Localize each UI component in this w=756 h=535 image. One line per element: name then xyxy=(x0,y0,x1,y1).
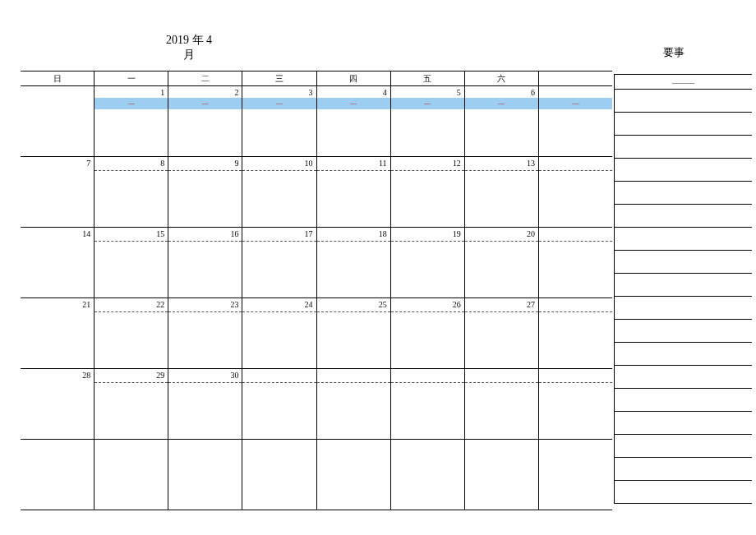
day-cell[interactable]: 16 xyxy=(168,228,242,297)
row-divider xyxy=(94,311,168,312)
day-cell[interactable]: 19 xyxy=(390,228,464,297)
day-cell[interactable] xyxy=(242,440,316,510)
day-cell[interactable] xyxy=(21,86,94,156)
day-cell[interactable]: 12 xyxy=(390,157,464,227)
day-cell[interactable]: 17 xyxy=(242,228,316,297)
day-cell[interactable]: 5— xyxy=(390,86,464,156)
note-line[interactable] xyxy=(615,297,752,320)
weekday-label: 四 xyxy=(316,71,390,85)
day-cell[interactable]: 29 xyxy=(94,369,168,439)
row-divider xyxy=(94,241,168,242)
day-number: 25 xyxy=(379,300,387,309)
note-line[interactable] xyxy=(615,90,752,113)
row-divider xyxy=(391,241,464,242)
day-cell[interactable]: 20 xyxy=(464,228,538,297)
note-line[interactable] xyxy=(615,320,752,343)
day-cell[interactable]: 22 xyxy=(94,298,168,368)
day-cell[interactable]: 23 xyxy=(168,298,242,368)
row-divider xyxy=(242,311,316,312)
notes-panel: ——— xyxy=(614,74,752,504)
row-divider xyxy=(168,382,242,383)
day-cell[interactable]: 9 xyxy=(168,157,242,227)
day-cell[interactable]: 25 xyxy=(316,298,390,368)
day-number: 8 xyxy=(160,159,164,168)
day-cell[interactable]: 1— xyxy=(94,86,168,156)
row-divider xyxy=(242,382,316,383)
day-cell[interactable]: 4— xyxy=(316,86,390,156)
row-divider xyxy=(539,241,612,242)
note-line[interactable] xyxy=(615,366,752,389)
day-cell[interactable]: 24 xyxy=(242,298,316,368)
weekday-label xyxy=(538,71,612,85)
note-line[interactable] xyxy=(615,159,752,182)
day-cell[interactable]: 6— xyxy=(464,86,538,156)
day-cell[interactable]: 21 xyxy=(21,298,94,368)
note-line[interactable] xyxy=(615,458,752,481)
day-cell[interactable] xyxy=(538,369,612,439)
note-line[interactable] xyxy=(615,136,752,159)
day-cell[interactable] xyxy=(538,440,612,510)
day-cell[interactable]: 10 xyxy=(242,157,316,227)
note-line[interactable] xyxy=(615,228,752,251)
day-number: 29 xyxy=(156,371,164,380)
day-cell[interactable] xyxy=(538,228,612,297)
day-cell[interactable]: 27 xyxy=(464,298,538,368)
day-cell[interactable] xyxy=(538,298,612,368)
row-divider xyxy=(94,382,168,383)
day-cell[interactable]: 30 xyxy=(168,369,242,439)
day-number: 21 xyxy=(82,300,90,309)
day-cell[interactable] xyxy=(464,440,538,510)
note-line[interactable] xyxy=(615,481,752,504)
note-line[interactable] xyxy=(615,435,752,458)
day-cell[interactable]: 26 xyxy=(390,298,464,368)
note-line[interactable] xyxy=(615,412,752,435)
row-divider xyxy=(539,382,612,383)
row-divider xyxy=(168,311,242,312)
day-cell[interactable] xyxy=(316,369,390,439)
day-number: 15 xyxy=(156,229,164,238)
note-line[interactable] xyxy=(615,251,752,274)
day-cell[interactable]: — xyxy=(538,86,612,156)
day-cell[interactable] xyxy=(21,440,94,510)
row-divider xyxy=(465,170,538,171)
title-line-1: 2019 年 4 xyxy=(166,34,212,46)
note-line[interactable] xyxy=(615,343,752,366)
note-line[interactable] xyxy=(615,205,752,228)
day-cell[interactable]: 8 xyxy=(94,157,168,227)
day-number: 19 xyxy=(453,229,461,238)
day-cell[interactable]: 13 xyxy=(464,157,538,227)
calendar-page: 2019 年 4 月 要事 日一二三四五六 1—2—3—4—5—6——78910… xyxy=(0,0,756,535)
day-cell[interactable] xyxy=(464,369,538,439)
day-cell[interactable]: 14 xyxy=(21,228,94,297)
day-cell[interactable] xyxy=(390,440,464,510)
day-cell[interactable] xyxy=(94,440,168,510)
day-cell[interactable]: 2— xyxy=(168,86,242,156)
day-number: 13 xyxy=(527,159,535,168)
day-number: 22 xyxy=(156,300,164,309)
day-cell[interactable]: 18 xyxy=(316,228,390,297)
note-line[interactable] xyxy=(615,113,752,136)
day-number: 28 xyxy=(82,371,90,380)
day-cell[interactable]: 28 xyxy=(21,369,94,439)
note-line[interactable] xyxy=(615,389,752,412)
day-cell[interactable] xyxy=(538,157,612,227)
page-title: 2019 年 4 月 xyxy=(0,33,378,62)
note-line[interactable] xyxy=(615,182,752,205)
day-cell[interactable] xyxy=(390,369,464,439)
day-number: 30 xyxy=(230,371,238,380)
day-cell[interactable] xyxy=(242,369,316,439)
day-number: 20 xyxy=(527,229,535,238)
day-cell[interactable]: 3— xyxy=(242,86,316,156)
day-cell[interactable]: 11 xyxy=(316,157,390,227)
note-line[interactable] xyxy=(615,274,752,297)
day-number: 3 xyxy=(309,88,313,97)
weekday-label: 五 xyxy=(390,71,464,85)
weekday-label: 二 xyxy=(168,71,242,85)
event-strip: — xyxy=(317,98,390,109)
week-row: 14151617181920 xyxy=(21,227,612,297)
day-cell[interactable] xyxy=(316,440,390,510)
day-cell[interactable]: 7 xyxy=(21,157,94,227)
day-cell[interactable]: 15 xyxy=(94,228,168,297)
day-cell[interactable] xyxy=(168,440,242,510)
day-number: 2 xyxy=(234,88,238,97)
